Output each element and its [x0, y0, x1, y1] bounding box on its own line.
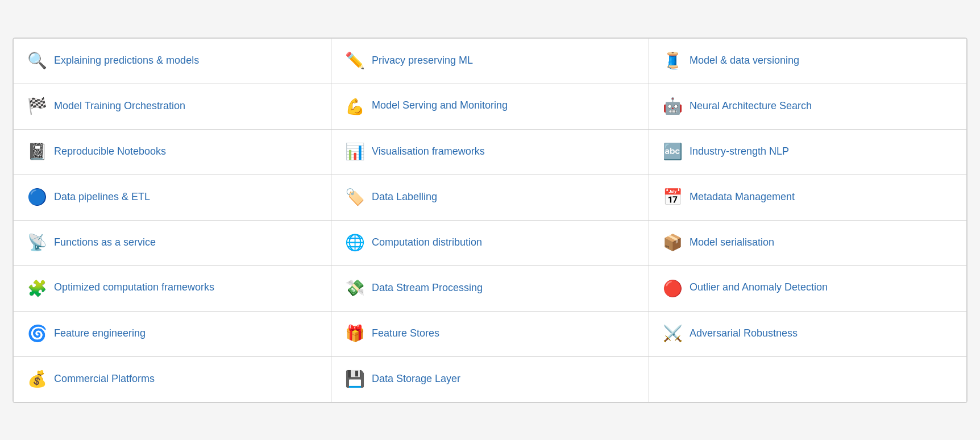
spiral-icon: 🌀 — [27, 326, 47, 342]
cell-label: Outlier and Anomaly Detection — [690, 281, 828, 294]
list-item[interactable]: ⚔️ Adversarial Robustness — [649, 312, 967, 357]
list-item[interactable]: 💰 Commercial Platforms — [14, 357, 331, 402]
calendar-icon: 📅 — [663, 189, 683, 205]
moneybag-icon: 💰 — [27, 371, 47, 387]
main-grid-container: 🔍 Explaining predictions & models ✏️ Pri… — [13, 38, 967, 403]
cell-label: Data Storage Layer — [372, 372, 460, 385]
floppy-icon: 💾 — [345, 371, 365, 387]
list-item[interactable]: 🎁 Feature Stores — [331, 312, 649, 357]
empty-cell — [649, 357, 967, 402]
cell-label: Industry-strength NLP — [690, 145, 789, 158]
cell-label: Neural Architecture Search — [690, 99, 812, 113]
globe-icon: 🌐 — [345, 235, 365, 251]
package-icon: 📦 — [663, 235, 683, 251]
cell-label: Functions as a service — [54, 236, 156, 249]
list-item[interactable]: 📦 Model serialisation — [649, 221, 967, 266]
list-item[interactable]: 💾 Data Storage Layer — [331, 357, 649, 402]
list-item[interactable]: 🧵 Model & data versioning — [649, 39, 967, 84]
cell-label: Data pipelines & ETL — [54, 190, 150, 204]
cell-label: Feature engineering — [54, 327, 146, 340]
list-item[interactable]: 🌐 Computation distribution — [331, 221, 649, 266]
cell-label: Privacy preserving ML — [372, 54, 473, 67]
category-grid: 🔍 Explaining predictions & models ✏️ Pri… — [13, 38, 967, 402]
cell-label: Computation distribution — [372, 236, 482, 249]
list-item[interactable]: 🌀 Feature engineering — [14, 312, 331, 357]
cell-label: Data Stream Processing — [372, 281, 483, 294]
robot-icon: 🤖 — [663, 98, 683, 114]
list-item[interactable]: ✏️ Privacy preserving ML — [331, 39, 649, 84]
list-item[interactable]: 📅 Metadata Management — [649, 175, 967, 221]
checkered-flag-icon: 🏁 — [27, 98, 47, 114]
list-item[interactable]: 📡 Functions as a service — [14, 221, 331, 266]
cell-label: Optimized computation frameworks — [54, 281, 214, 294]
satellite-icon: 📡 — [27, 235, 47, 251]
list-item[interactable]: 💸 Data Stream Processing — [331, 266, 649, 312]
list-item[interactable]: 📓 Reproducible Notebooks — [14, 130, 331, 175]
thread-icon: 🔵 — [27, 189, 47, 205]
search-icon: 🔍 — [27, 53, 47, 69]
cell-label: Adversarial Robustness — [690, 327, 798, 340]
cell-label: Visualisation frameworks — [372, 145, 485, 158]
spool-icon: 🧵 — [663, 53, 683, 69]
money-wings-icon: 💸 — [345, 280, 365, 296]
list-item[interactable]: 🧩 Optimized computation frameworks — [14, 266, 331, 312]
notebook-icon: 📓 — [27, 144, 47, 160]
cell-label: Model serialisation — [690, 236, 774, 249]
cell-label: Feature Stores — [372, 327, 439, 340]
pencil-icon: ✏️ — [345, 53, 365, 69]
gift-icon: 🎁 — [345, 326, 365, 342]
cell-label: Metadata Management — [690, 190, 795, 204]
list-item[interactable]: 🔤 Industry-strength NLP — [649, 130, 967, 175]
cell-label: Commercial Platforms — [54, 372, 155, 385]
cell-label: Model Serving and Monitoring — [372, 99, 508, 112]
label-icon: 🏷️ — [345, 189, 365, 205]
list-item[interactable]: 🔴 Outlier and Anomaly Detection — [649, 266, 967, 312]
puzzle-icon: 🧩 — [27, 281, 47, 297]
list-item[interactable]: 💪 Model Serving and Monitoring — [331, 84, 649, 130]
cell-label: Data Labelling — [372, 190, 437, 204]
cell-label: Reproducible Notebooks — [54, 145, 166, 158]
barchart-icon: 📊 — [345, 144, 365, 160]
muscle-icon: 💪 — [345, 99, 365, 115]
crossed-swords-icon: ⚔️ — [663, 326, 683, 342]
cell-label: Model & data versioning — [690, 54, 799, 67]
list-item[interactable]: 🔵 Data pipelines & ETL — [14, 175, 331, 221]
list-item[interactable]: 🔍 Explaining predictions & models — [14, 39, 331, 84]
cell-label: Model Training Orchestration — [54, 99, 185, 113]
list-item[interactable]: 📊 Visualisation frameworks — [331, 130, 649, 175]
cell-label: Explaining predictions & models — [54, 54, 199, 67]
abcd-icon: 🔤 — [663, 144, 683, 160]
list-item[interactable]: 🏁 Model Training Orchestration — [14, 84, 331, 130]
red-circle-icon: 🔴 — [663, 281, 683, 297]
list-item[interactable]: 🏷️ Data Labelling — [331, 175, 649, 221]
list-item[interactable]: 🤖 Neural Architecture Search — [649, 84, 967, 130]
